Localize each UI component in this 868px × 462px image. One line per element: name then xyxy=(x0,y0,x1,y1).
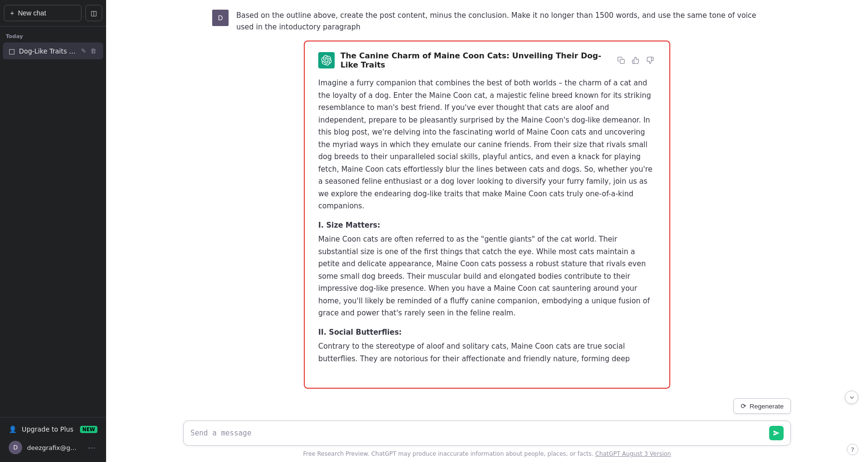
user-message-text: Based on the outline above, create the p… xyxy=(236,10,762,33)
response-intro-paragraph: Imagine a furry companion that combines … xyxy=(318,77,656,213)
regenerate-icon: ⟳ xyxy=(741,402,746,410)
regenerate-area: ⟳ Regenerate xyxy=(106,398,868,414)
response-actions xyxy=(615,54,656,66)
upgrade-label: Upgrade to Plus xyxy=(22,425,73,433)
section-1-body: Maine Coon cats are often referred to as… xyxy=(318,235,650,317)
regenerate-button[interactable]: ⟳ Regenerate xyxy=(733,398,791,414)
response-section-1: I. Size Matters: Maine Coon cats are oft… xyxy=(318,219,656,320)
delete-chat-button[interactable]: 🗑 xyxy=(89,46,97,55)
scroll-down-button[interactable] xyxy=(845,391,858,404)
plus-icon: + xyxy=(10,9,14,17)
user-message-avatar: D xyxy=(212,10,229,26)
chat-icon: □ xyxy=(9,47,15,55)
user-email: deezgrafix@gmail.com xyxy=(27,444,81,451)
avatar: D xyxy=(9,441,22,454)
regenerate-label: Regenerate xyxy=(749,403,784,410)
sidebar-item-chat1[interactable]: □ Dog-Like Traits of Main ✎ 🗑 xyxy=(3,42,103,59)
response-header: The Canine Charm of Maine Coon Cats: Unv… xyxy=(318,51,656,69)
input-wrapper xyxy=(183,421,791,446)
svg-rect-2 xyxy=(620,59,624,64)
input-area xyxy=(106,416,868,448)
user-account-row[interactable]: D deezgrafix@gmail.com ⋯ xyxy=(4,437,102,458)
footer-note: Free Research Preview. ChatGPT may produ… xyxy=(106,448,868,462)
gpt-icon xyxy=(318,52,335,68)
new-badge: NEW xyxy=(80,426,97,433)
message-input[interactable] xyxy=(190,428,769,439)
response-area: The Canine Charm of Maine Coon Cats: Unv… xyxy=(106,41,868,398)
user-icon: 👤 xyxy=(9,425,17,433)
user-menu-button[interactable]: ⋯ xyxy=(86,442,97,453)
sidebar: + New chat ◫ Today □ Dog-Like Traits of … xyxy=(0,0,106,462)
sidebar-header: + New chat ◫ xyxy=(0,0,106,27)
help-button[interactable]: ? xyxy=(847,444,858,455)
footer-version-link[interactable]: ChatGPT August 3 Version xyxy=(595,450,671,457)
upgrade-to-plus-button[interactable]: 👤 Upgrade to Plus NEW xyxy=(4,421,102,437)
thumbs-up-button[interactable] xyxy=(630,54,641,66)
sidebar-today-label: Today xyxy=(0,27,106,42)
response-box: The Canine Charm of Maine Coon Cats: Unv… xyxy=(304,41,670,389)
section-2-heading: II. Social Butterflies: xyxy=(318,326,656,339)
send-button[interactable] xyxy=(769,426,784,440)
response-body: Imagine a furry companion that combines … xyxy=(318,77,656,365)
main-content: D Based on the outline above, create the… xyxy=(106,0,868,462)
user-message-area: D Based on the outline above, create the… xyxy=(106,0,868,41)
section-1-heading: I. Size Matters: xyxy=(318,219,656,232)
chat-item-label: Dog-Like Traits of Main xyxy=(19,47,76,55)
toggle-icon: ◫ xyxy=(91,9,97,17)
sidebar-toggle-button[interactable]: ◫ xyxy=(85,5,102,21)
response-title: The Canine Charm of Maine Coon Cats: Unv… xyxy=(340,51,610,69)
sidebar-footer: 👤 Upgrade to Plus NEW D deezgrafix@gmail… xyxy=(0,417,106,462)
copy-button[interactable] xyxy=(615,54,627,66)
thumbs-down-button[interactable] xyxy=(644,54,656,66)
new-chat-label: New chat xyxy=(18,9,46,17)
chat-list: □ Dog-Like Traits of Main ✎ 🗑 xyxy=(0,42,106,59)
footer-note-text: Free Research Preview. ChatGPT may produ… xyxy=(303,450,594,457)
chat-item-actions: ✎ 🗑 xyxy=(80,46,97,55)
new-chat-button[interactable]: + New chat xyxy=(4,5,81,21)
svg-text:D: D xyxy=(218,14,223,22)
response-section-2: II. Social Butterflies: Contrary to the … xyxy=(318,326,656,366)
edit-chat-button[interactable]: ✎ xyxy=(80,46,87,55)
section-2-body: Contrary to the stereotype of aloof and … xyxy=(318,342,630,363)
